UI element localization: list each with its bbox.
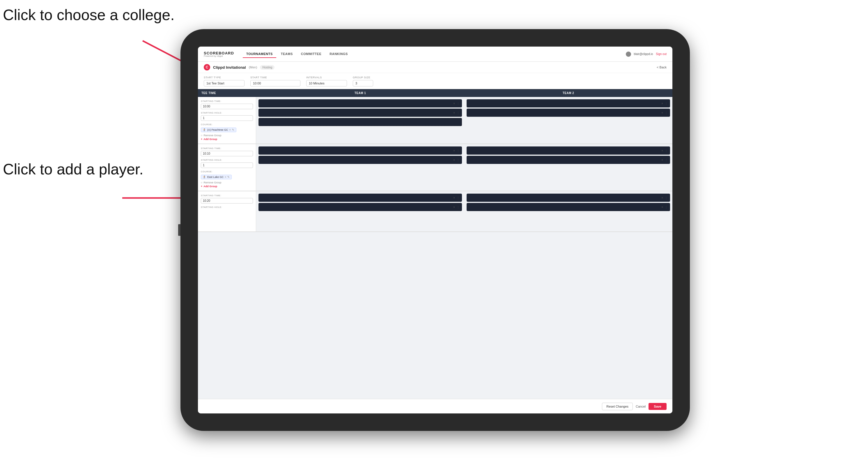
slot-close-icon[interactable]: × xyxy=(661,149,663,152)
slot-close-icon[interactable]: × xyxy=(661,158,663,162)
cancel-button[interactable]: Cancel xyxy=(636,405,646,408)
slot-more-icon[interactable]: ⋮ xyxy=(665,196,668,199)
start-time-label: Start Time xyxy=(250,76,300,79)
course-name-1: (A) Peachtree GC xyxy=(207,128,228,131)
logo: SCOREBOARD Powered by clippd xyxy=(204,51,234,57)
player-slot[interactable]: × ⋮ xyxy=(467,194,670,202)
remove-group-btn-2[interactable]: ○Remove Group xyxy=(201,181,253,184)
bottom-annotation: Click to add a player. xyxy=(3,160,144,178)
course-label-2: COURSE: xyxy=(201,170,253,173)
save-button[interactable]: Save xyxy=(649,403,666,410)
starting-time-label-1: STARTING TIME: xyxy=(201,100,253,102)
hosting-badge: Hosting xyxy=(260,65,275,70)
back-button[interactable]: < Back xyxy=(657,65,666,69)
remove-group-btn-1[interactable]: ○Remove Group xyxy=(201,134,253,137)
player-slot[interactable]: × ⋮ xyxy=(467,203,670,211)
table-content: STARTING TIME: STARTING HOLE: COURSE: 🏌 … xyxy=(198,97,672,408)
player-slot[interactable]: × ⋮ xyxy=(467,108,670,117)
slot-more-icon[interactable]: ⋮ xyxy=(457,196,460,199)
form-controls: Start Type 1st Tee Start Start Time Inte… xyxy=(198,73,672,89)
slot-more-icon[interactable]: ⋮ xyxy=(665,158,668,162)
slot-more-icon[interactable]: ⋮ xyxy=(457,158,460,162)
slot-more-icon[interactable]: ⋮ xyxy=(665,206,668,209)
reset-button[interactable]: Reset Changes xyxy=(602,403,633,410)
start-type-label: Start Type xyxy=(204,76,245,79)
nav-links: TOURNAMENTS TEAMS COMMITTEE RANKINGS xyxy=(243,50,351,58)
table-header: Tee Time Team 1 Team 2 xyxy=(198,89,672,97)
table-row: STARTING TIME: STARTING HOLE: COURSE: 🏌 … xyxy=(198,97,672,144)
slot-close-icon[interactable]: × xyxy=(453,206,455,209)
starting-hole-label-1: STARTING HOLE: xyxy=(201,112,253,114)
starting-time-input-2[interactable] xyxy=(201,151,253,156)
table-row: STARTING TIME: STARTING HOLE: COURSE: 🏌 … xyxy=(198,144,672,191)
nav-tournaments[interactable]: TOURNAMENTS xyxy=(243,50,276,58)
sign-out-link[interactable]: Sign out xyxy=(656,53,666,56)
starting-time-input-3[interactable] xyxy=(201,198,253,204)
team2-col-3: × ⋮ × ⋮ xyxy=(464,191,672,231)
nav-rankings[interactable]: RANKINGS xyxy=(326,50,351,58)
slot-close-icon[interactable]: × xyxy=(661,196,663,199)
team2-col-1: × ⋮ × ⋮ xyxy=(464,97,672,144)
slot-close-icon[interactable]: × xyxy=(661,102,663,105)
add-group-btn-1[interactable]: +Add Group xyxy=(201,138,253,141)
slot-close-icon[interactable]: × xyxy=(453,196,455,199)
player-slot[interactable]: × ⋮ xyxy=(258,194,462,202)
slot-close-icon[interactable]: × xyxy=(453,111,455,115)
course-tag-1[interactable]: 🏌 (A) Peachtree GC × ✎ xyxy=(201,127,236,132)
nav-committee[interactable]: COMMITTEE xyxy=(298,50,325,58)
slot-close-icon[interactable]: × xyxy=(661,111,663,115)
player-slot[interactable]: × ⋮ xyxy=(467,156,670,164)
start-time-input[interactable] xyxy=(250,80,300,87)
course-tag-2[interactable]: 🏌 East Lake GC × ✎ xyxy=(201,175,232,179)
starting-hole-input-1[interactable] xyxy=(201,115,253,121)
course-remove-2[interactable]: × xyxy=(225,176,226,179)
intervals-label: Intervals xyxy=(306,76,347,79)
user-avatar xyxy=(626,52,631,57)
course-remove-1[interactable]: × xyxy=(229,128,231,131)
player-slot[interactable]: × ⋮ xyxy=(258,147,462,155)
side-button[interactable] xyxy=(178,224,181,236)
tee-left-col-1: STARTING TIME: STARTING HOLE: COURSE: 🏌 … xyxy=(198,97,256,144)
player-slot[interactable] xyxy=(258,118,462,126)
course-edit-2[interactable]: ✎ xyxy=(227,176,230,179)
starting-time-label-3: STARTING TIME: xyxy=(201,194,253,197)
table-row: STARTING TIME: STARTING HOLE: × ⋮ × ⋮ xyxy=(198,191,672,232)
tee-left-col-3: STARTING TIME: STARTING HOLE: xyxy=(198,191,256,231)
slot-more-icon[interactable]: ⋮ xyxy=(457,149,460,152)
team1-col-3: × ⋮ × ⋮ xyxy=(256,191,464,231)
group-size-label: Group Size xyxy=(353,76,373,79)
group-size-group: Group Size 3 xyxy=(353,76,373,87)
player-slot[interactable]: × ⋮ xyxy=(258,203,462,211)
start-type-group: Start Type 1st Tee Start xyxy=(204,76,245,87)
starting-hole-input-2[interactable] xyxy=(201,162,253,168)
slot-more-icon[interactable]: ⋮ xyxy=(457,102,460,105)
add-group-btn-2[interactable]: +Add Group xyxy=(201,185,253,188)
intervals-group: Intervals 10 Minutes xyxy=(306,76,347,87)
start-type-select[interactable]: 1st Tee Start xyxy=(204,80,245,87)
intervals-select[interactable]: 10 Minutes xyxy=(306,80,347,87)
player-slot[interactable]: × ⋮ xyxy=(258,156,462,164)
slot-more-icon[interactable]: ⋮ xyxy=(457,206,460,209)
slot-close-icon[interactable]: × xyxy=(453,102,455,105)
nav-teams[interactable]: TEAMS xyxy=(277,50,296,58)
player-slot[interactable]: × ⋮ xyxy=(258,108,462,117)
start-time-group: Start Time xyxy=(250,76,300,87)
slot-more-icon[interactable]: ⋮ xyxy=(665,102,668,105)
player-slot[interactable]: × ⋮ xyxy=(258,99,462,107)
slot-more-icon[interactable]: ⋮ xyxy=(665,149,668,152)
slot-more-icon[interactable]: ⋮ xyxy=(457,111,460,115)
starting-hole-label-3: STARTING HOLE: xyxy=(201,206,253,209)
breadcrumb-bar: C Clippd Invitational (Men) Hosting < Ba… xyxy=(198,62,672,73)
starting-time-input-1[interactable] xyxy=(201,104,253,109)
starting-time-label-2: STARTING TIME: xyxy=(201,147,253,150)
slot-close-icon[interactable]: × xyxy=(661,206,663,209)
tourney-gender: (Men) xyxy=(249,65,257,69)
course-edit-1[interactable]: ✎ xyxy=(232,128,234,131)
player-slot[interactable]: × ⋮ xyxy=(467,147,670,155)
slot-close-icon[interactable]: × xyxy=(453,149,455,152)
slot-more-icon[interactable]: ⋮ xyxy=(665,111,668,115)
group-size-select[interactable]: 3 xyxy=(353,80,373,87)
player-slot[interactable]: × ⋮ xyxy=(467,99,670,107)
team1-col-1: × ⋮ × ⋮ xyxy=(256,97,464,144)
slot-close-icon[interactable]: × xyxy=(453,158,455,162)
